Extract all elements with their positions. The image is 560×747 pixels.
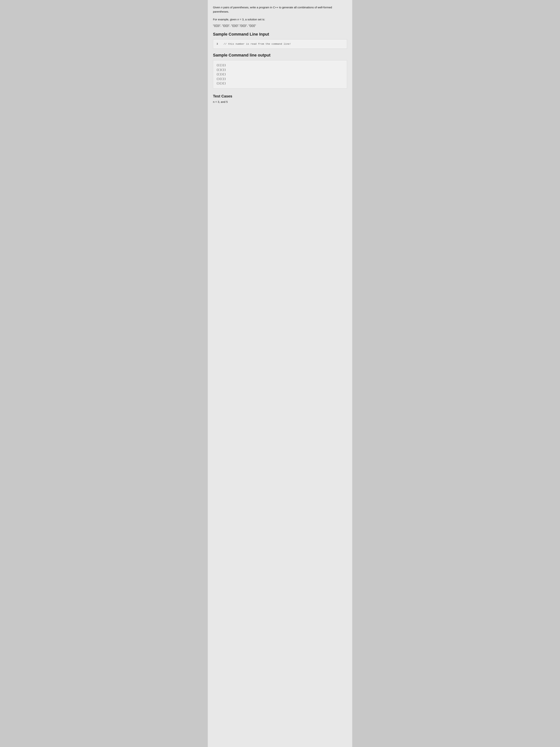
problem-description: Given n pairs of parentheses, write a pr… <box>213 5 347 14</box>
sample-input-title: Sample Command Line Input <box>213 32 347 37</box>
sample-output-box: ((()))(()())(())()()(())()()() <box>213 60 347 88</box>
sample-input-box: 3 // this number is read from the comman… <box>213 39 347 49</box>
input-line: 3 // this number is read from the comman… <box>216 42 344 46</box>
example-line: For example, given n = 3, a solution set… <box>213 17 347 22</box>
output-line-3: (())() <box>216 72 344 77</box>
test-cases-title: Test Cases <box>213 94 347 98</box>
input-comment: // this number is read from the command … <box>223 42 291 46</box>
output-line-2: (()()) <box>216 68 344 72</box>
output-line-1: ((())) <box>216 63 344 68</box>
output-line-5: ()()() <box>216 81 344 86</box>
n-variable-1: n <box>221 6 222 9</box>
test-cases-section: Test Cases n = 3, and 5 <box>213 94 347 103</box>
n-variable-2: n <box>237 18 239 21</box>
page-container: Given n pairs of parentheses, write a pr… <box>208 0 352 747</box>
test-cases-content: n = 3, and 5 <box>213 100 347 103</box>
solution-set: "((()))", "(()())", "(())()","()(())", "… <box>213 23 347 28</box>
output-line-4: ()(()) <box>216 77 344 81</box>
input-number: 3 <box>216 42 218 46</box>
sample-output-title: Sample Command line output <box>213 53 347 58</box>
